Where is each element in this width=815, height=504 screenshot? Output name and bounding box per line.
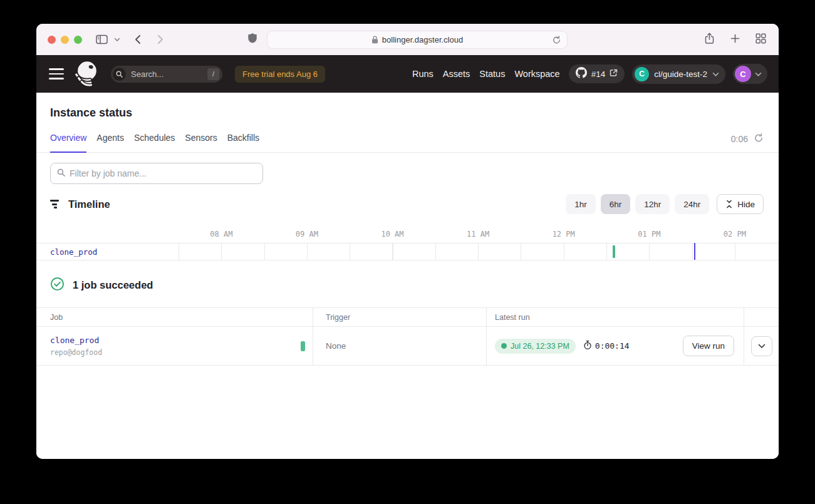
- hour-tick-label: 01 PM: [638, 230, 660, 239]
- tab-overview[interactable]: Overview: [50, 133, 86, 153]
- close-window-button[interactable]: [48, 36, 56, 44]
- chevron-down-icon: [712, 68, 719, 80]
- browser-window: bollinger.dagster.cloud: [36, 24, 779, 459]
- dagster-logo-icon[interactable]: [72, 59, 101, 88]
- search-shortcut-key: /: [207, 68, 219, 80]
- job-filter-field[interactable]: [50, 163, 263, 184]
- countdown-text: 0:06: [731, 134, 748, 144]
- timeline-title: Timeline: [68, 198, 110, 210]
- nav-status[interactable]: Status: [479, 69, 505, 79]
- page-title: Instance status: [36, 93, 779, 120]
- user-avatar: C: [735, 66, 751, 82]
- traffic-lights: [48, 36, 82, 44]
- nav-workspace[interactable]: Workspace: [514, 69, 559, 79]
- tab-overview-icon[interactable]: [755, 33, 766, 46]
- tab-agents[interactable]: Agents: [96, 133, 124, 152]
- column-header-trigger: Trigger: [313, 308, 487, 326]
- row-menu-chevron-button[interactable]: [751, 336, 772, 356]
- job-status-chip[interactable]: [301, 341, 305, 351]
- url-text: bollinger.dagster.cloud: [382, 35, 463, 44]
- main-content: Instance status OverviewAgentsSchedulesS…: [36, 93, 779, 459]
- minimize-window-button[interactable]: [61, 36, 69, 44]
- address-bar[interactable]: bollinger.dagster.cloud: [267, 31, 568, 49]
- share-icon[interactable]: [704, 33, 715, 47]
- tab-schedules[interactable]: Schedules: [134, 133, 175, 152]
- sidebar-icon[interactable]: [96, 34, 108, 44]
- user-menu[interactable]: C: [733, 64, 767, 84]
- zoom-window-button[interactable]: [74, 36, 82, 44]
- filter-row: [36, 153, 779, 187]
- stopwatch-icon: [583, 340, 592, 352]
- appbar-nav: RunsAssetsStatusWorkspace: [412, 69, 560, 79]
- timeline-chart: 08 AM09 AM10 AM11 AM12 PM01 PM02 PM clon…: [36, 224, 779, 260]
- column-header-actions: [744, 308, 779, 326]
- refresh-countdown: 0:06: [731, 133, 764, 145]
- chevron-down-icon: [755, 68, 762, 80]
- github-pr-number: #14: [591, 69, 606, 79]
- check-circle-icon: [50, 277, 65, 294]
- table-row: clone_prod repo@dogfood None Jul 26, 12:…: [36, 327, 779, 366]
- hour-tick-label: 09 AM: [296, 230, 318, 239]
- search-icon: [57, 168, 65, 179]
- workspace-avatar: C: [635, 67, 649, 81]
- job-name-link[interactable]: clone_prod: [50, 336, 313, 345]
- lock-icon: [371, 36, 378, 44]
- browser-toolbar: bollinger.dagster.cloud: [36, 24, 779, 55]
- timeline-hour-axis: 08 AM09 AM10 AM11 AM12 PM01 PM02 PM: [36, 224, 779, 243]
- refresh-icon[interactable]: [754, 133, 764, 145]
- back-icon[interactable]: [134, 34, 141, 44]
- job-repo-label: repo@dogfood: [50, 348, 313, 357]
- row-actions-cell: [744, 327, 779, 365]
- jobs-table: Job Trigger Latest run clone_prod repo@d…: [36, 307, 779, 366]
- hour-tick-label: 12 PM: [553, 230, 575, 239]
- trial-badge[interactable]: Free trial ends Aug 6: [235, 66, 325, 83]
- menu-icon[interactable]: [49, 68, 64, 80]
- column-header-latest-run: Latest run: [487, 308, 744, 326]
- search-icon: [113, 68, 126, 81]
- search-placeholder: Search...: [131, 69, 164, 79]
- app-header: Search... / Free trial ends Aug 6 RunsAs…: [36, 55, 779, 93]
- tabs-bar: OverviewAgentsSchedulesSensorsBackfills …: [36, 133, 779, 153]
- column-header-job: Job: [36, 308, 313, 326]
- nav-runs[interactable]: Runs: [412, 69, 433, 79]
- range-button-1hr[interactable]: 1hr: [566, 194, 596, 214]
- hide-timeline-button[interactable]: Hide: [717, 194, 764, 214]
- hour-tick-label: 11 AM: [467, 230, 489, 239]
- global-search[interactable]: Search... /: [111, 66, 222, 83]
- timeline-gridlines: [179, 244, 779, 260]
- new-tab-icon[interactable]: [730, 34, 740, 46]
- timeline-marker-now: [694, 243, 695, 260]
- run-duration: 0:00:14: [583, 340, 630, 352]
- latest-run-cell: Jul 26, 12:33 PM 0:00:14 View run: [487, 327, 744, 365]
- job-filter-input[interactable]: [70, 168, 256, 178]
- github-icon: [576, 67, 587, 81]
- table-header-row: Job Trigger Latest run: [36, 308, 779, 327]
- range-button-24hr[interactable]: 24hr: [675, 194, 709, 214]
- timeline-job-label[interactable]: clone_prod: [50, 247, 97, 257]
- hour-tick-label: 08 AM: [210, 230, 232, 239]
- timeline-icon: [50, 199, 60, 209]
- forward-icon[interactable]: [157, 34, 164, 44]
- timeline-header: Timeline 1hr6hr12hr24hr Hide: [36, 187, 779, 220]
- range-button-6hr[interactable]: 6hr: [601, 194, 631, 214]
- external-link-icon: [610, 68, 618, 80]
- workspace-name: cl/guide-test-2: [654, 69, 707, 79]
- summary-heading: 1 job succeeded: [73, 279, 153, 291]
- trigger-cell: None: [313, 327, 487, 365]
- github-link[interactable]: #14: [569, 64, 625, 83]
- privacy-shield-icon[interactable]: [247, 33, 257, 47]
- reload-icon[interactable]: [552, 35, 561, 47]
- run-time-badge[interactable]: Jul 26, 12:33 PM: [495, 339, 576, 354]
- tab-sensors[interactable]: Sensors: [185, 133, 217, 152]
- job-cell: clone_prod repo@dogfood: [36, 327, 313, 365]
- sidebar-chevron-down-icon[interactable]: [114, 38, 120, 42]
- timeline-row[interactable]: clone_prod: [36, 243, 779, 260]
- view-run-button[interactable]: View run: [683, 336, 734, 356]
- tab-backfills[interactable]: Backfills: [227, 133, 259, 152]
- timeline-marker-run-success[interactable]: [613, 245, 615, 258]
- nav-assets[interactable]: Assets: [443, 69, 470, 79]
- range-button-12hr[interactable]: 12hr: [635, 194, 670, 214]
- time-range-buttons: 1hr6hr12hr24hr Hide: [566, 194, 764, 214]
- workspace-switcher[interactable]: C cl/guide-test-2: [632, 64, 725, 84]
- hour-tick-label: 02 PM: [724, 230, 746, 239]
